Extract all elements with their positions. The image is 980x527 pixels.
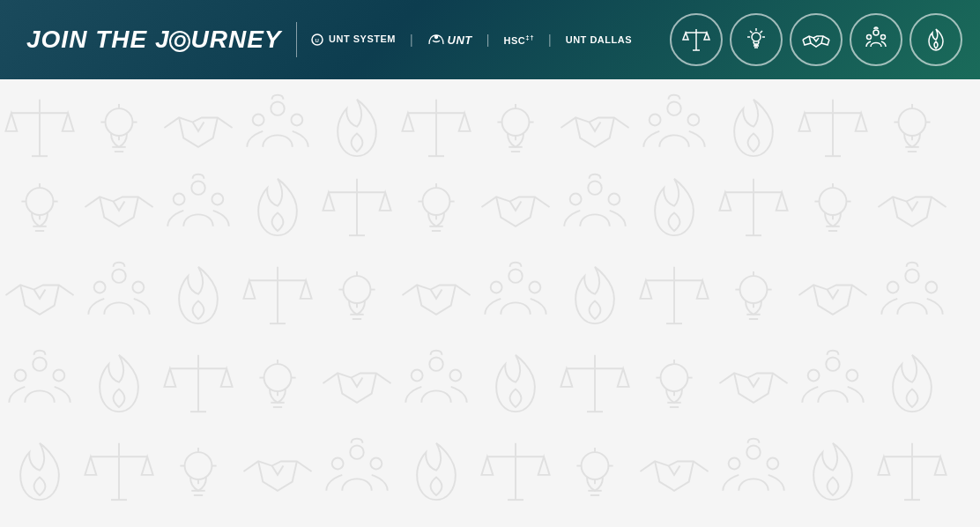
unt-system-logo: U UNT SYSTEM xyxy=(311,33,396,46)
handshake-icon-circle xyxy=(790,13,843,66)
background-pattern xyxy=(0,79,980,527)
svg-point-10 xyxy=(867,35,872,40)
gear-lightbulb-icon xyxy=(740,24,772,56)
scales-icon-circle xyxy=(670,13,723,66)
flame-icon-circle xyxy=(909,13,962,66)
handshake-icon xyxy=(800,24,832,56)
unt-dallas-logo: UNT DALLAS xyxy=(566,34,632,45)
svg-point-11 xyxy=(881,35,886,40)
header: JOIN THE JOURNEY U UNT SYSTEM | UNT | hs… xyxy=(0,0,980,79)
scales-icon xyxy=(680,24,712,56)
unt-logos: U UNT SYSTEM | UNT | hsc‡† | UNT DALLAS xyxy=(311,33,633,47)
innovation-icon-circle xyxy=(730,13,783,66)
header-icons xyxy=(670,13,962,66)
header-divider xyxy=(296,22,297,57)
sep2: | xyxy=(486,33,490,47)
svg-point-2 xyxy=(434,36,437,39)
sep1: | xyxy=(410,33,413,47)
svg-point-6 xyxy=(752,33,761,41)
hsc-logo: hsc‡† xyxy=(503,33,534,46)
tagline: JOIN THE JOURNEY xyxy=(26,26,282,54)
unt-logo: UNT xyxy=(427,33,472,47)
sep3: | xyxy=(548,33,552,47)
flame-icon xyxy=(920,24,952,56)
header-left: JOIN THE JOURNEY U UNT SYSTEM | UNT | hs… xyxy=(26,22,632,57)
svg-point-9 xyxy=(873,30,879,35)
main-content xyxy=(0,79,980,527)
people-idea-icon xyxy=(860,24,892,56)
people-idea-icon-circle xyxy=(850,13,902,66)
svg-text:U: U xyxy=(315,38,319,43)
